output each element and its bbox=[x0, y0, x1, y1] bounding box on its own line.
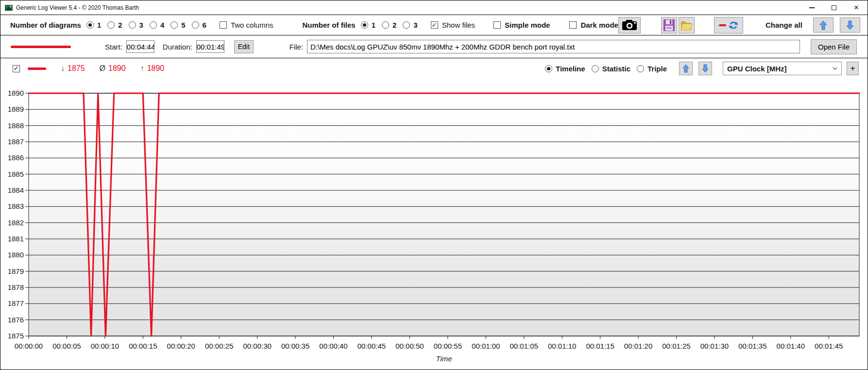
svg-text:1878: 1878 bbox=[8, 283, 24, 291]
svg-text:00:00:20: 00:00:20 bbox=[167, 342, 195, 350]
radio-label: 1 bbox=[97, 21, 101, 29]
svg-text:00:00:25: 00:00:25 bbox=[205, 342, 233, 350]
reset-series-button[interactable] bbox=[714, 17, 743, 34]
change-all-down-button[interactable] bbox=[840, 17, 860, 33]
svg-text:00:01:45: 00:01:45 bbox=[815, 342, 843, 350]
radio-label: 1 bbox=[372, 21, 375, 29]
start-label: Start: bbox=[105, 43, 122, 51]
app-icon bbox=[5, 4, 13, 11]
radio-label: 5 bbox=[181, 21, 185, 29]
min-stat: ↓ 1875 bbox=[61, 64, 85, 73]
window-title: Generic Log Viewer 5.4 - © 2020 Thomas B… bbox=[16, 4, 139, 11]
svg-text:00:00:05: 00:00:05 bbox=[52, 342, 81, 350]
metric-select-value: GPU Clock [MHz] bbox=[727, 65, 833, 73]
svg-text:1882: 1882 bbox=[8, 219, 24, 227]
view-mode-statistic[interactable]: Statistic bbox=[592, 65, 630, 73]
min-value: 1875 bbox=[68, 64, 85, 73]
timeline-chart[interactable]: 1890188918881887188618851884188318821881… bbox=[0, 79, 868, 368]
radio-dot bbox=[403, 21, 410, 29]
radio-dot bbox=[361, 21, 368, 29]
svg-text:00:01:40: 00:01:40 bbox=[777, 342, 805, 350]
diagram-panel: ↓ 1875 Ø 1890 ↑ 1890 TimelineStatisticTr… bbox=[0, 58, 868, 370]
simple-mode-checkbox[interactable]: Simple mode bbox=[494, 21, 550, 29]
metric-select[interactable]: GPU Clock [MHz] bbox=[723, 62, 842, 75]
radio-label: 2 bbox=[392, 21, 396, 29]
open-file-button[interactable]: Open File bbox=[811, 39, 857, 54]
file-path-input[interactable] bbox=[307, 40, 800, 53]
file-count-3[interactable]: 3 bbox=[403, 21, 417, 29]
maximize-icon bbox=[832, 5, 836, 10]
dark-mode-checkbox[interactable]: Dark mode bbox=[569, 21, 618, 29]
svg-text:00:01:15: 00:01:15 bbox=[586, 342, 614, 350]
chevron-down-icon bbox=[833, 67, 837, 70]
radio-dot bbox=[129, 21, 136, 29]
maximize-button[interactable] bbox=[823, 0, 845, 15]
radio-label: 2 bbox=[118, 21, 122, 29]
average-icon: Ø bbox=[100, 64, 105, 73]
svg-text:1875: 1875 bbox=[8, 332, 24, 340]
svg-text:1884: 1884 bbox=[8, 186, 24, 194]
radio-dot bbox=[592, 65, 599, 72]
diagram-count-1[interactable]: 1 bbox=[86, 21, 101, 29]
svg-text:1887: 1887 bbox=[8, 137, 24, 146]
file-label: File: bbox=[289, 43, 303, 51]
screenshot-button[interactable] bbox=[618, 17, 641, 34]
svg-text:1888: 1888 bbox=[8, 121, 24, 130]
checkbox-box bbox=[494, 21, 501, 29]
view-mode-triple[interactable]: Triple bbox=[637, 65, 667, 73]
svg-text:00:00:00: 00:00:00 bbox=[15, 342, 43, 350]
move-diagram-up-button[interactable] bbox=[679, 62, 693, 75]
svg-text:00:01:05: 00:01:05 bbox=[510, 342, 538, 350]
svg-text:00:01:20: 00:01:20 bbox=[624, 342, 652, 350]
diagram-count-2[interactable]: 2 bbox=[107, 21, 122, 29]
change-all-up-button[interactable] bbox=[813, 17, 834, 33]
move-diagram-down-button[interactable] bbox=[698, 62, 712, 75]
simple-mode-label: Simple mode bbox=[505, 21, 550, 29]
save-button[interactable] bbox=[661, 17, 677, 34]
diagram-count-5[interactable]: 5 bbox=[170, 21, 185, 29]
svg-text:00:01:30: 00:01:30 bbox=[700, 342, 729, 350]
svg-text:1889: 1889 bbox=[8, 105, 24, 113]
series-visibility-checkbox[interactable] bbox=[13, 65, 20, 72]
file-count-1[interactable]: 1 bbox=[361, 21, 375, 29]
camera-icon bbox=[622, 20, 637, 30]
svg-text:Time: Time bbox=[436, 354, 452, 363]
open-folder-button[interactable] bbox=[679, 17, 695, 34]
start-input[interactable] bbox=[126, 40, 154, 53]
svg-text:1885: 1885 bbox=[8, 170, 24, 178]
diagram-count-6[interactable]: 6 bbox=[192, 21, 206, 29]
avg-value: 1890 bbox=[108, 64, 126, 73]
minimize-button[interactable] bbox=[800, 0, 823, 15]
svg-text:1881: 1881 bbox=[8, 235, 24, 243]
svg-text:00:01:00: 00:01:00 bbox=[472, 342, 500, 350]
show-files-label: Show files bbox=[442, 21, 475, 29]
app-window: Generic Log Viewer 5.4 - © 2020 Thomas B… bbox=[0, 0, 868, 370]
diagram-count-4[interactable]: 4 bbox=[150, 21, 164, 29]
minimize-icon bbox=[809, 7, 815, 8]
file-count-2[interactable]: 2 bbox=[382, 21, 396, 29]
title-bar: Generic Log Viewer 5.4 - © 2020 Thomas B… bbox=[0, 0, 868, 15]
edit-button[interactable]: Edit bbox=[234, 40, 254, 53]
radio-label: Timeline bbox=[556, 65, 585, 73]
two-columns-checkbox[interactable]: Two columns bbox=[220, 21, 273, 29]
file-bar: Start: Duration: Edit File: Open File bbox=[0, 35, 868, 58]
down-arrow-icon bbox=[846, 20, 854, 30]
view-mode-timeline[interactable]: Timeline bbox=[545, 65, 585, 73]
file-count-radio-group: 123 bbox=[361, 21, 424, 29]
svg-text:1880: 1880 bbox=[8, 251, 24, 259]
main-toolbar: Number of diagrams 123456 Two columns Nu… bbox=[0, 15, 868, 35]
svg-text:00:00:40: 00:00:40 bbox=[319, 342, 347, 350]
show-files-checkbox[interactable]: Show files bbox=[431, 21, 475, 29]
radio-dot bbox=[107, 21, 115, 29]
svg-text:00:00:30: 00:00:30 bbox=[243, 342, 271, 350]
duration-input[interactable] bbox=[196, 40, 224, 53]
add-diagram-button[interactable]: + bbox=[847, 62, 859, 75]
svg-text:1883: 1883 bbox=[8, 202, 24, 210]
view-mode-radio-group: TimelineStatisticTriple bbox=[545, 65, 673, 73]
checkbox-box bbox=[431, 21, 438, 29]
diagram-count-3[interactable]: 3 bbox=[129, 21, 143, 29]
close-button[interactable]: × bbox=[845, 0, 868, 15]
svg-text:00:00:55: 00:00:55 bbox=[434, 342, 462, 350]
save-icon bbox=[664, 19, 675, 31]
radio-label: 3 bbox=[413, 21, 417, 29]
